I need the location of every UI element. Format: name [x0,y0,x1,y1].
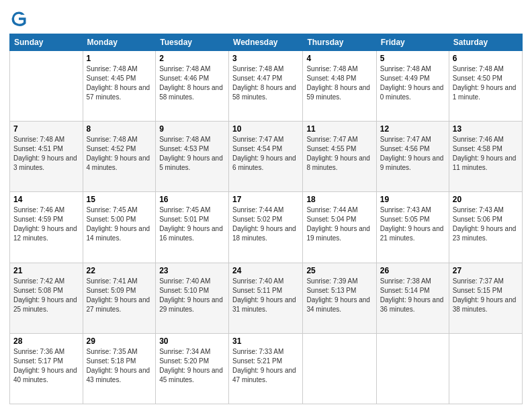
day-number: 19 [380,195,445,204]
day-number: 6 [453,54,519,63]
calendar-cell: 13Sunrise: 7:46 AMSunset: 4:58 PMDayligh… [449,122,522,192]
weekday-header-monday: Monday [83,34,156,51]
day-info: Sunrise: 7:33 AMSunset: 5:21 PMDaylight:… [232,347,299,385]
calendar-cell [10,51,83,122]
day-info: Sunrise: 7:48 AMSunset: 4:48 PMDaylight:… [306,64,372,102]
logo-icon [9,9,28,28]
day-number: 4 [306,54,372,63]
weekday-header-thursday: Thursday [303,34,376,51]
day-info: Sunrise: 7:40 AMSunset: 5:10 PMDaylight:… [159,277,225,314]
day-info: Sunrise: 7:39 AMSunset: 5:13 PMDaylight:… [306,277,372,314]
calendar-cell: 4Sunrise: 7:48 AMSunset: 4:48 PMDaylight… [303,51,376,122]
day-info: Sunrise: 7:34 AMSunset: 5:20 PMDaylight:… [159,347,225,385]
day-info: Sunrise: 7:48 AMSunset: 4:47 PMDaylight:… [232,64,299,102]
day-number: 16 [159,195,225,204]
day-number: 7 [13,124,79,134]
day-info: Sunrise: 7:48 AMSunset: 4:52 PMDaylight:… [87,135,152,173]
day-number: 13 [453,124,519,134]
calendar-cell: 9Sunrise: 7:48 AMSunset: 4:53 PMDaylight… [156,122,229,192]
calendar-cell [376,333,449,404]
day-info: Sunrise: 7:46 AMSunset: 4:58 PMDaylight:… [453,135,519,173]
calendar-cell: 17Sunrise: 7:44 AMSunset: 5:02 PMDayligh… [229,192,303,263]
day-info: Sunrise: 7:42 AMSunset: 5:08 PMDaylight:… [13,277,79,314]
day-number: 14 [13,195,79,204]
calendar-cell: 10Sunrise: 7:47 AMSunset: 4:54 PMDayligh… [229,122,303,192]
weekday-header-tuesday: Tuesday [156,34,229,51]
calendar-cell: 1Sunrise: 7:48 AMSunset: 4:45 PMDaylight… [83,51,156,122]
day-number: 31 [232,336,299,346]
calendar-cell: 27Sunrise: 7:37 AMSunset: 5:15 PMDayligh… [449,263,522,333]
day-info: Sunrise: 7:45 AMSunset: 5:01 PMDaylight:… [159,205,225,243]
day-info: Sunrise: 7:44 AMSunset: 5:02 PMDaylight:… [232,205,299,243]
logo [9,9,31,28]
day-info: Sunrise: 7:48 AMSunset: 4:50 PMDaylight:… [453,64,519,102]
calendar-cell [303,333,376,404]
page: SundayMondayTuesdayWednesdayThursdayFrid… [0,0,532,411]
calendar-cell: 6Sunrise: 7:48 AMSunset: 4:50 PMDaylight… [449,51,522,122]
day-number: 22 [87,266,152,275]
weekday-header-row: SundayMondayTuesdayWednesdayThursdayFrid… [10,34,523,51]
day-info: Sunrise: 7:47 AMSunset: 4:56 PMDaylight:… [380,135,445,173]
day-info: Sunrise: 7:36 AMSunset: 5:17 PMDaylight:… [13,347,79,385]
day-number: 28 [13,336,79,346]
calendar-cell: 20Sunrise: 7:43 AMSunset: 5:06 PMDayligh… [449,192,522,263]
day-number: 18 [306,195,372,204]
calendar-cell: 28Sunrise: 7:36 AMSunset: 5:17 PMDayligh… [10,333,83,404]
day-number: 17 [232,195,299,204]
weekday-header-friday: Friday [376,34,449,51]
day-info: Sunrise: 7:46 AMSunset: 4:59 PMDaylight:… [13,205,79,243]
day-number: 20 [453,195,519,204]
calendar-cell: 31Sunrise: 7:33 AMSunset: 5:21 PMDayligh… [229,333,303,404]
calendar-cell: 7Sunrise: 7:48 AMSunset: 4:51 PMDaylight… [10,122,83,192]
calendar-cell: 24Sunrise: 7:40 AMSunset: 5:11 PMDayligh… [229,263,303,333]
calendar-week-4: 21Sunrise: 7:42 AMSunset: 5:08 PMDayligh… [10,263,523,333]
day-number: 3 [232,54,299,63]
calendar-table: SundayMondayTuesdayWednesdayThursdayFrid… [9,34,523,404]
day-info: Sunrise: 7:38 AMSunset: 5:14 PMDaylight:… [380,277,445,314]
day-number: 2 [159,54,225,63]
day-number: 12 [380,124,445,134]
day-info: Sunrise: 7:47 AMSunset: 4:54 PMDaylight:… [232,135,299,173]
calendar-week-2: 7Sunrise: 7:48 AMSunset: 4:51 PMDaylight… [10,122,523,192]
calendar-week-3: 14Sunrise: 7:46 AMSunset: 4:59 PMDayligh… [10,192,523,263]
day-info: Sunrise: 7:48 AMSunset: 4:45 PMDaylight:… [87,64,152,102]
header [9,7,523,28]
day-number: 1 [87,54,152,63]
day-info: Sunrise: 7:35 AMSunset: 5:18 PMDaylight:… [87,347,152,385]
weekday-header-saturday: Saturday [449,34,522,51]
day-number: 21 [13,266,79,275]
calendar-cell: 23Sunrise: 7:40 AMSunset: 5:10 PMDayligh… [156,263,229,333]
calendar-cell: 25Sunrise: 7:39 AMSunset: 5:13 PMDayligh… [303,263,376,333]
calendar-week-5: 28Sunrise: 7:36 AMSunset: 5:17 PMDayligh… [10,333,523,404]
day-number: 23 [159,266,225,275]
calendar-cell: 19Sunrise: 7:43 AMSunset: 5:05 PMDayligh… [376,192,449,263]
day-info: Sunrise: 7:48 AMSunset: 4:49 PMDaylight:… [380,64,445,102]
calendar-cell: 30Sunrise: 7:34 AMSunset: 5:20 PMDayligh… [156,333,229,404]
calendar-cell: 11Sunrise: 7:47 AMSunset: 4:55 PMDayligh… [303,122,376,192]
day-number: 9 [159,124,225,134]
day-info: Sunrise: 7:48 AMSunset: 4:46 PMDaylight:… [159,64,225,102]
day-info: Sunrise: 7:40 AMSunset: 5:11 PMDaylight:… [232,277,299,314]
calendar-cell: 29Sunrise: 7:35 AMSunset: 5:18 PMDayligh… [83,333,156,404]
day-number: 11 [306,124,372,134]
day-info: Sunrise: 7:43 AMSunset: 5:06 PMDaylight:… [453,205,519,243]
calendar-week-1: 1Sunrise: 7:48 AMSunset: 4:45 PMDaylight… [10,51,523,122]
day-number: 26 [380,266,445,275]
day-info: Sunrise: 7:45 AMSunset: 5:00 PMDaylight:… [87,205,152,243]
day-number: 30 [159,336,225,346]
day-number: 25 [306,266,372,275]
day-number: 15 [87,195,152,204]
day-info: Sunrise: 7:43 AMSunset: 5:05 PMDaylight:… [380,205,445,243]
day-info: Sunrise: 7:37 AMSunset: 5:15 PMDaylight:… [453,277,519,314]
calendar-cell: 14Sunrise: 7:46 AMSunset: 4:59 PMDayligh… [10,192,83,263]
calendar-cell: 21Sunrise: 7:42 AMSunset: 5:08 PMDayligh… [10,263,83,333]
day-info: Sunrise: 7:48 AMSunset: 4:51 PMDaylight:… [13,135,79,173]
calendar-cell [449,333,522,404]
weekday-header-sunday: Sunday [10,34,83,51]
day-info: Sunrise: 7:47 AMSunset: 4:55 PMDaylight:… [306,135,372,173]
calendar-cell: 2Sunrise: 7:48 AMSunset: 4:46 PMDaylight… [156,51,229,122]
day-info: Sunrise: 7:48 AMSunset: 4:53 PMDaylight:… [159,135,225,173]
day-number: 8 [87,124,152,134]
day-number: 10 [232,124,299,134]
day-info: Sunrise: 7:44 AMSunset: 5:04 PMDaylight:… [306,205,372,243]
